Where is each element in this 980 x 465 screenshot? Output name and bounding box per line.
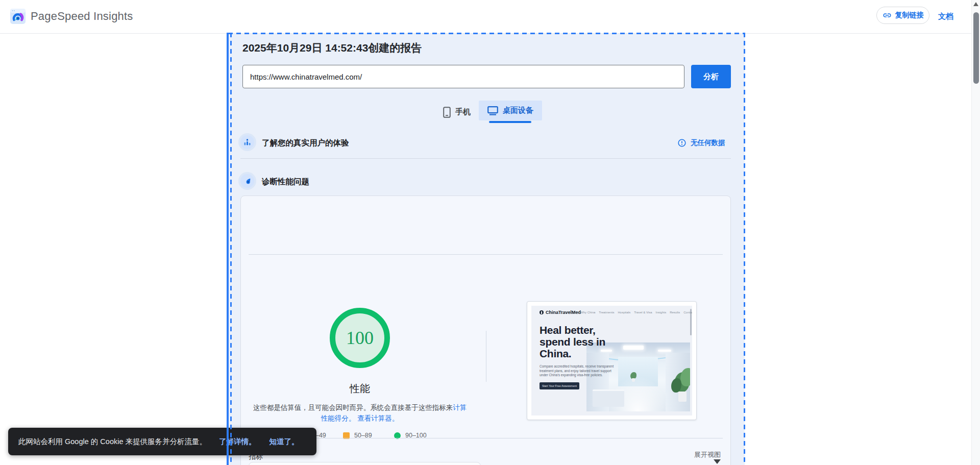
real-user-experience-title: 了解您的真实用户的体验 [262,138,349,149]
vertical-divider [486,331,486,382]
expand-view-button[interactable]: 展开视图 [694,450,721,459]
pagespeed-insights-page: PageSpeed Insights 复制链接 文档 2025年10月29日 1… [0,0,980,465]
browser-scrollbar[interactable] [971,0,980,465]
thumb-nav: Why China Treatments Hospitals Travel & … [580,311,687,314]
thumb-nav-item: Contact [683,311,692,314]
info-icon [678,139,686,147]
copy-link-label: 复制链接 [895,11,924,20]
disclaimer-text: 这些都是估算值，且可能会因时而异。系统会直接基于这些指标来 [253,404,453,411]
docs-link[interactable]: 文档 [938,12,953,21]
phone-icon [443,107,451,118]
tab-desktop-label: 桌面设备 [503,106,533,115]
app-header: PageSpeed Insights 复制链接 文档 [0,0,980,34]
diagnose-performance-title: 诊断性能问题 [262,177,309,187]
cookie-got-it-button[interactable]: 知道了。 [270,437,299,447]
pagespeed-logo-icon [10,9,26,24]
tab-desktop[interactable]: 桌面设备 [479,101,542,120]
thumb-nav-item: Hospitals [618,311,630,314]
score-disclaimer: 这些都是估算值，且可能会因时而异。系统会直接基于这些指标来计算性能得分。 查看计… [250,402,470,424]
thumb-nav-item: Treatments [599,311,614,314]
desktop-icon [487,106,498,115]
performance-label: 性能 [299,382,421,396]
page-screenshot-thumbnail: ChinaTravelMed Why China Treatments Hosp… [527,301,697,420]
scrollbar-thumb[interactable] [973,12,979,84]
no-data-label: 无任何数据 [691,138,725,148]
thumb-brand-name: ChinaTravelMed [546,310,581,315]
copy-link-button[interactable]: 复制链接 [876,7,929,24]
thumb-nav-item: Travel & Visa [634,311,652,314]
analyze-button[interactable]: 分析 [691,65,731,88]
card-divider-bottom [249,438,723,438]
performance-score-large: 100 [346,327,374,349]
card-divider-top [249,254,723,255]
scrollbar-up-arrow-icon[interactable] [973,2,978,6]
cookie-learn-more-link[interactable]: 了解详情。 [219,437,256,447]
tab-mobile[interactable]: 手机 [436,102,477,123]
tab-mobile-label: 手机 [455,107,471,117]
thumb-body-text: Compare accredited hospitals, receive tr… [540,364,617,378]
thumb-nav-item: Why China [580,311,595,314]
section-divider [240,158,731,159]
report-created-title: 2025年10月29日 14:52:43创建的报告 [242,41,422,55]
diagnose-performance-icon [240,174,254,188]
thumb-cta-button: Start Your Free Assessment [540,382,579,389]
chevron-down-icon[interactable] [714,459,721,464]
cookie-message: 此网站会利用 Google 的 Cookie 来提供服务并分析流量。 [18,437,207,447]
thumb-brand: ChinaTravelMed [540,310,581,315]
thumbnail-website: ChinaTravelMed Why China Treatments Hosp… [531,306,692,415]
performance-gauge-large: 100 [330,308,390,368]
page-title: PageSpeed Insights [31,10,133,23]
calculator-link[interactable]: 查看计算器。 [357,414,399,422]
thumb-nav-item: Insights [656,311,667,314]
thumb-nav-item: Results [670,311,680,314]
no-data-link[interactable]: 无任何数据 [678,138,725,148]
real-user-experience-icon [240,135,254,149]
tab-desktop-underline [489,121,531,123]
link-icon [883,11,892,20]
thumb-headline: Heal better, spend less in China. [540,324,605,359]
url-input[interactable] [242,65,684,88]
cookie-consent-toast: 此网站会利用 Google 的 Cookie 来提供服务并分析流量。 了解详情。… [8,428,316,455]
thumb-brand-logo-icon [540,310,544,314]
metric-tile-partial [249,462,481,465]
